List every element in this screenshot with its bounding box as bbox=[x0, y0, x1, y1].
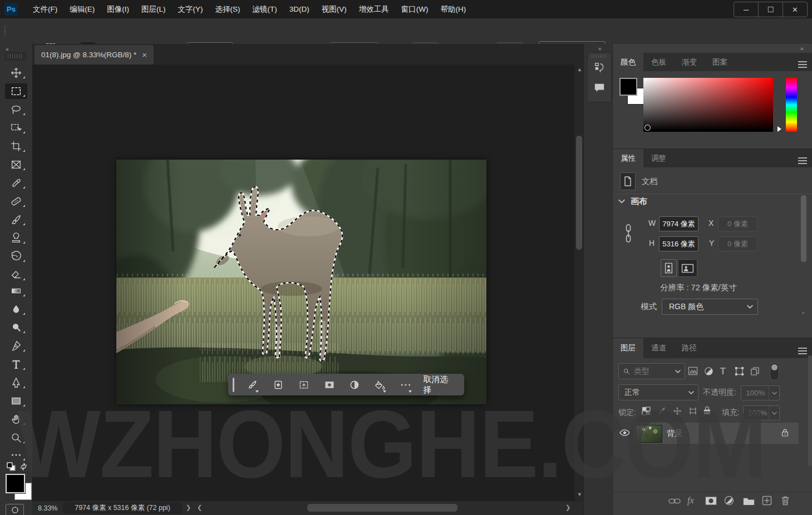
canvas-width-input[interactable]: 7974 像素 bbox=[659, 216, 698, 231]
canvas-height-input[interactable]: 5316 像素 bbox=[659, 236, 698, 251]
canvas-image-deer-photo[interactable] bbox=[116, 160, 486, 404]
layer-thumbnail[interactable] bbox=[636, 425, 662, 443]
layer-style-fx-icon[interactable]: fx bbox=[687, 496, 694, 506]
default-colors-icon[interactable] bbox=[6, 462, 18, 473]
menu-help[interactable]: 帮助(H) bbox=[434, 0, 472, 18]
tab-paths[interactable]: 路径 bbox=[674, 338, 705, 358]
canvas-section-chevron-icon[interactable] bbox=[618, 199, 625, 204]
scroll-down-icon[interactable]: ▼ bbox=[577, 492, 582, 497]
properties-scrollbar-thumb[interactable] bbox=[801, 195, 806, 262]
dock-collapse-icon[interactable]: « bbox=[598, 46, 602, 52]
opacity-dropdown-arrow[interactable] bbox=[769, 386, 779, 400]
path-selection-tool[interactable] bbox=[5, 375, 27, 390]
dock-grip[interactable] bbox=[592, 55, 607, 58]
object-selection-tool[interactable] bbox=[5, 120, 27, 136]
dodge-tool[interactable] bbox=[5, 320, 27, 335]
hand-tool[interactable] bbox=[5, 412, 27, 427]
menu-window[interactable]: 窗口(W) bbox=[395, 0, 435, 18]
layer-filter-toggle[interactable] bbox=[770, 363, 779, 380]
lock-position-icon[interactable] bbox=[673, 407, 682, 415]
taskbar-drag-handle[interactable] bbox=[233, 378, 234, 392]
menu-3d[interactable]: 3D(D) bbox=[283, 0, 316, 18]
layer-visibility-eye-icon[interactable] bbox=[619, 429, 630, 437]
document-tab-close-icon[interactable]: × bbox=[142, 50, 147, 60]
modify-selection-button[interactable] bbox=[269, 377, 288, 393]
new-layer-icon[interactable] bbox=[762, 496, 772, 506]
canvas-vertical-scrollbar[interactable]: ▲ ▼ bbox=[574, 65, 584, 501]
scroll-up-icon[interactable]: ▲ bbox=[577, 67, 582, 72]
hue-strip[interactable] bbox=[786, 78, 797, 132]
filter-shape-layers-icon[interactable] bbox=[735, 367, 744, 376]
comments-icon[interactable] bbox=[593, 82, 606, 93]
link-dimensions-icon[interactable] bbox=[624, 223, 633, 244]
portrait-orientation-button[interactable] bbox=[661, 259, 677, 277]
new-group-folder-icon[interactable] bbox=[743, 497, 755, 506]
filter-pixel-layers-icon[interactable] bbox=[688, 367, 698, 375]
rectangular-marquee-tool[interactable] bbox=[5, 83, 27, 99]
spot-healing-brush-tool[interactable] bbox=[5, 194, 27, 209]
foreground-color-swatch[interactable] bbox=[6, 474, 25, 493]
status-expand-icon[interactable]: ❯ bbox=[186, 504, 191, 511]
tab-properties[interactable]: 属性 bbox=[613, 149, 643, 167]
lock-artboard-icon[interactable] bbox=[688, 407, 697, 415]
type-tool[interactable] bbox=[5, 356, 27, 372]
layer-name[interactable]: 背景 bbox=[667, 429, 682, 439]
link-layers-icon[interactable] bbox=[668, 497, 681, 505]
menu-plugins[interactable]: 增效工具 bbox=[353, 0, 395, 18]
blur-tool[interactable] bbox=[5, 301, 27, 317]
tab-adjustments[interactable]: 调整 bbox=[643, 149, 674, 167]
filter-type-layers-icon[interactable]: T bbox=[720, 367, 726, 377]
history-brush-tool[interactable] bbox=[5, 249, 27, 264]
tab-channels[interactable]: 通道 bbox=[643, 338, 674, 358]
tab-swatches[interactable]: 色板 bbox=[643, 53, 674, 71]
hscroll-right-icon[interactable]: ❯ bbox=[565, 504, 570, 511]
layers-panel-menu-icon[interactable] bbox=[798, 346, 807, 356]
version-history-icon[interactable] bbox=[593, 61, 606, 74]
minimize-button[interactable]: ─ bbox=[734, 2, 758, 17]
filter-adjustment-layers-icon[interactable] bbox=[704, 367, 713, 376]
layer-row-background[interactable]: 背景 bbox=[633, 423, 799, 444]
color-panel-fg-swatch[interactable] bbox=[619, 78, 637, 96]
menu-view[interactable]: 视图(V) bbox=[316, 0, 353, 18]
lock-all-icon[interactable] bbox=[703, 405, 711, 415]
canvas-section-label[interactable]: 画布 bbox=[631, 196, 647, 207]
close-button[interactable]: ✕ bbox=[783, 2, 807, 17]
edit-toolbar-ellipsis[interactable] bbox=[5, 447, 27, 463]
clone-stamp-tool[interactable] bbox=[5, 230, 27, 246]
crop-tool[interactable] bbox=[5, 138, 27, 154]
eraser-tool[interactable] bbox=[5, 267, 27, 283]
filter-smart-objects-icon[interactable] bbox=[750, 367, 760, 376]
tools-grip[interactable] bbox=[4, 52, 27, 61]
menu-file[interactable]: 文件(F) bbox=[27, 0, 63, 18]
fill-selection-button[interactable] bbox=[371, 377, 390, 393]
tab-layers[interactable]: 图层 bbox=[613, 338, 643, 358]
zoom-tool[interactable] bbox=[5, 430, 27, 445]
add-layer-mask-icon[interactable] bbox=[705, 496, 717, 506]
menu-layer[interactable]: 图层(L) bbox=[135, 0, 172, 18]
menu-select[interactable]: 选择(S) bbox=[209, 0, 247, 18]
new-adjustment-layer-icon[interactable] bbox=[724, 496, 734, 506]
deselect-button[interactable]: 取消选择 bbox=[423, 374, 456, 395]
tab-color[interactable]: 颜色 bbox=[613, 53, 643, 71]
frame-tool[interactable] bbox=[5, 157, 27, 172]
lasso-tool[interactable] bbox=[5, 102, 27, 117]
invert-selection-button[interactable] bbox=[346, 377, 365, 393]
color-panel-menu-icon[interactable] bbox=[798, 60, 807, 70]
gradient-tool[interactable] bbox=[5, 283, 27, 299]
canvas-horizontal-scrollbar[interactable] bbox=[206, 502, 567, 514]
delete-layer-trash-icon[interactable] bbox=[781, 496, 790, 506]
canvas-pasteboard[interactable] bbox=[32, 65, 583, 501]
lock-transparent-pixels-icon[interactable] bbox=[642, 407, 651, 415]
document-tab[interactable]: 01(8).jpg @ 8.33%(RGB/8) * × bbox=[35, 45, 154, 65]
hscroll-left-icon[interactable]: ❮ bbox=[197, 504, 202, 511]
color-saturation-field[interactable] bbox=[643, 78, 773, 132]
panels-collapse-icon[interactable]: » bbox=[800, 46, 804, 52]
fill-dropdown-arrow[interactable] bbox=[769, 406, 779, 420]
quick-mask-mode-button[interactable] bbox=[6, 504, 24, 515]
properties-panel-menu-icon[interactable] bbox=[798, 156, 807, 166]
lock-image-pixels-icon[interactable] bbox=[657, 407, 666, 415]
layer-lock-icon[interactable] bbox=[781, 428, 789, 437]
more-options-button[interactable] bbox=[396, 377, 415, 393]
maximize-button[interactable]: ☐ bbox=[758, 2, 783, 17]
opacity-field[interactable]: 100% bbox=[741, 385, 780, 400]
